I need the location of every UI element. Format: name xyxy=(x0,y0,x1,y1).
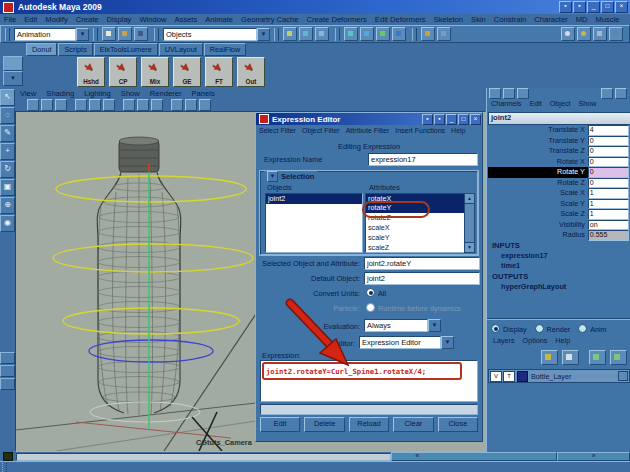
ee-selection-collapse-icon[interactable]: ▼ xyxy=(267,171,278,182)
layer-row-bottle-layer[interactable]: V T Bottle_Layer xyxy=(488,369,630,383)
ee-attributes-scrollbar[interactable]: ▲ ▼ xyxy=(464,193,475,253)
cb-menu-channels[interactable]: Channels xyxy=(487,99,525,108)
maximize-icon[interactable]: □ xyxy=(601,1,614,13)
window-titlebar[interactable]: Autodesk Maya 2009 ▪ ▪ _ □ × xyxy=(0,0,630,14)
menu-display[interactable]: Display xyxy=(103,14,136,25)
viewport-select-camera-icon[interactable] xyxy=(27,99,39,111)
delete-button[interactable]: Delete xyxy=(304,417,344,432)
menu-edit-deformers[interactable]: Edit Deformers xyxy=(371,14,430,25)
select-hierarchy-icon[interactable] xyxy=(283,27,297,41)
ee-name-field[interactable]: expression17 xyxy=(368,153,478,166)
ee-menu-object-filter[interactable]: Object Filter xyxy=(299,127,343,134)
layer-type-toggle[interactable]: T xyxy=(503,371,515,382)
statusline-grip4[interactable] xyxy=(274,28,279,41)
layer-visibility-toggle[interactable]: V xyxy=(490,371,502,382)
viewport-xray-icon[interactable] xyxy=(199,99,211,111)
ipr-render-icon[interactable] xyxy=(577,27,591,41)
show-hide-bar-icon[interactable] xyxy=(609,27,623,41)
cb-menu-object[interactable]: Object xyxy=(546,99,575,108)
statusline-grip2[interactable] xyxy=(93,28,98,41)
menu-animate[interactable]: Animate xyxy=(201,14,237,25)
select-tool-icon[interactable]: ↖ xyxy=(0,89,15,106)
scroll-down-icon[interactable]: ▼ xyxy=(465,242,474,252)
snap-grid-icon[interactable] xyxy=(344,27,358,41)
ee-minimize-icon[interactable]: _ xyxy=(446,114,457,125)
helpline-grip[interactable] xyxy=(2,463,7,472)
save-scene-icon[interactable] xyxy=(134,27,148,41)
step-forward-button[interactable]: » xyxy=(557,452,630,461)
anim-mode-radio[interactable]: Anim xyxy=(578,324,606,334)
menu-constrain[interactable]: Constrain xyxy=(490,14,531,25)
create-empty-layer-icon[interactable] xyxy=(541,350,558,365)
options-menu[interactable]: Options xyxy=(519,336,552,345)
cb-output-hypergraphlayout[interactable]: hyperGraphLayout xyxy=(501,282,566,291)
statusline-grip[interactable] xyxy=(5,28,10,41)
render-settings-icon[interactable] xyxy=(593,27,607,41)
move-layer-down-icon[interactable] xyxy=(610,350,627,365)
speed-control-icon[interactable] xyxy=(615,88,627,99)
layers-menu[interactable]: Layers xyxy=(489,336,519,345)
cb-object-name[interactable]: joint2 xyxy=(488,112,630,125)
statusline-grip5[interactable] xyxy=(335,28,340,41)
list-item-scaley[interactable]: scaleY xyxy=(366,233,464,243)
ee-extra1-button[interactable]: ▪ xyxy=(422,114,433,125)
ee-maximize-icon[interactable]: □ xyxy=(458,114,469,125)
select-object-icon[interactable] xyxy=(299,27,313,41)
list-item-rotatez[interactable]: rotateZ xyxy=(366,213,464,223)
snap-view-plane-icon[interactable] xyxy=(392,27,406,41)
layout-single-pane-icon[interactable] xyxy=(0,352,15,364)
layer-help-menu[interactable]: Help xyxy=(551,336,574,345)
menu-edit[interactable]: Edit xyxy=(20,14,41,25)
ee-evaluation-dropdown[interactable]: Always ▼ xyxy=(364,319,441,332)
manipulator-display-icon[interactable] xyxy=(601,88,613,99)
layout-persp-outliner-icon[interactable] xyxy=(0,378,15,390)
list-item-rotatey[interactable]: rotateY xyxy=(366,203,464,213)
shelf-menu-button[interactable] xyxy=(3,56,23,71)
list-item-scalez[interactable]: scaleZ xyxy=(366,243,464,253)
viewport-isolate-icon[interactable] xyxy=(185,99,197,111)
viewport-resolution-gate-icon[interactable] xyxy=(103,99,115,111)
cb-input-expression17[interactable]: expression17 xyxy=(501,251,548,260)
ee-extra2-button[interactable]: ▪ xyxy=(434,114,445,125)
select-component-icon[interactable] xyxy=(315,27,329,41)
ee-selected-field[interactable]: joint2.rotateY xyxy=(364,257,480,270)
window-extra1-button[interactable]: ▪ xyxy=(559,1,572,13)
ee-objects-list[interactable]: joint2 xyxy=(265,193,363,253)
expression-editor-titlebar[interactable]: Expression Editor ▪ ▪ _ □ × xyxy=(256,113,482,125)
viewport-menu-shading[interactable]: Shading xyxy=(41,88,79,99)
scale-tool-icon[interactable]: ▣ xyxy=(0,179,15,196)
clear-button[interactable]: Clear xyxy=(393,417,433,432)
render-mode-radio[interactable]: Render xyxy=(535,324,571,334)
window-extra2-button[interactable]: ▪ xyxy=(573,1,586,13)
close-button[interactable]: Close xyxy=(438,417,478,432)
viewport-wireframe-icon[interactable] xyxy=(123,99,135,111)
minimize-icon[interactable]: _ xyxy=(587,1,600,13)
shelf-button-ft[interactable]: FT xyxy=(205,57,233,87)
scroll-up-icon[interactable]: ▲ xyxy=(465,194,474,204)
statusline-grip6[interactable] xyxy=(412,28,417,41)
shelf-button-out[interactable]: Out xyxy=(237,57,265,87)
open-scene-icon[interactable] xyxy=(118,27,132,41)
menu-character[interactable]: Character xyxy=(530,14,571,25)
ee-evaluation-dropdown-icon[interactable]: ▼ xyxy=(428,319,441,332)
viewport-menu-panels[interactable]: Panels xyxy=(186,88,219,99)
channel-box-toggle-icon[interactable] xyxy=(517,88,529,99)
range-slider[interactable] xyxy=(16,453,391,461)
reload-button[interactable]: Reload xyxy=(349,417,389,432)
viewport-textured-icon[interactable] xyxy=(151,99,163,111)
toolbox-toggle-icon[interactable] xyxy=(489,88,501,99)
selection-mask-field[interactable]: Objects xyxy=(163,28,257,41)
move-tool-icon[interactable]: + xyxy=(0,143,15,160)
list-item-joint2[interactable]: joint2 xyxy=(266,194,362,204)
ee-convert-units-all-radio[interactable]: All xyxy=(366,288,386,298)
snap-curve-icon[interactable] xyxy=(360,27,374,41)
viewport-menu-show[interactable]: Show xyxy=(116,88,145,99)
ee-close-icon[interactable]: × xyxy=(470,114,481,125)
render-current-frame-icon[interactable] xyxy=(561,27,575,41)
create-layer-from-selected-icon[interactable] xyxy=(562,350,579,365)
menu-set-selector[interactable]: Animation xyxy=(14,28,76,41)
make-live-icon[interactable] xyxy=(421,27,435,41)
ee-menu-select-filter[interactable]: Select Filter xyxy=(256,127,299,134)
viewport-menu-lighting[interactable]: Lighting xyxy=(79,88,116,99)
construction-history-icon[interactable] xyxy=(437,27,451,41)
